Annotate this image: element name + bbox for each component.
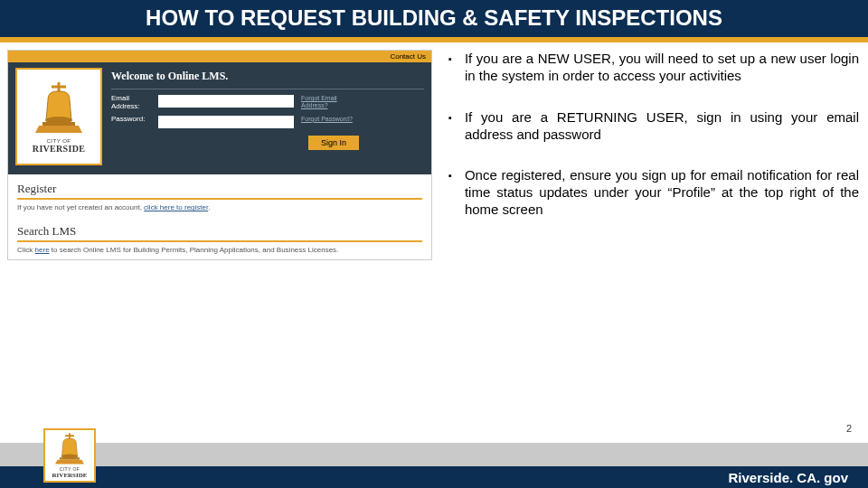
- footer-logo-riverside: RIVERSIDE: [52, 472, 88, 479]
- register-rule: [17, 198, 422, 200]
- footer-navy-bar: Riverside. CA. gov: [0, 466, 868, 488]
- login-band: CITY OF RIVERSIDE Welcome to Online LMS.…: [8, 62, 431, 174]
- footer-url[interactable]: Riverside. CA. gov: [728, 470, 848, 485]
- title-bar: HOW TO REQUEST BUILDING & SAFETY INSPECT…: [0, 0, 868, 42]
- divider: [111, 89, 424, 89]
- raincross-bell-icon: [53, 432, 86, 466]
- bullet-3: Once registered, ensure you sign up for …: [465, 166, 859, 219]
- login-form: Welcome to Online LMS. Email Address: Fo…: [111, 68, 424, 150]
- forgot-password-link[interactable]: Forgot Password?: [301, 116, 355, 123]
- instructions-column: If you are a NEW USER, you will need to …: [448, 50, 859, 260]
- footer-grey-bar: [0, 443, 868, 466]
- bullet-2: If you are a RETURNING USER, sign in usi…: [465, 108, 859, 143]
- email-label: Email Address:: [111, 95, 151, 111]
- logo-riverside: RIVERSIDE: [33, 144, 85, 154]
- password-field[interactable]: [158, 116, 294, 128]
- password-label: Password:: [111, 116, 151, 124]
- raincross-bell-icon: [33, 80, 84, 136]
- contact-us-link[interactable]: Contact Us: [390, 52, 426, 61]
- search-link[interactable]: here: [35, 246, 50, 254]
- login-screenshot: Contact Us CITY OF RIVERSIDE Welcome to …: [7, 50, 432, 260]
- email-field[interactable]: [158, 95, 294, 108]
- svg-rect-3: [60, 457, 80, 459]
- content-row: Contact Us CITY OF RIVERSIDE Welcome to …: [0, 42, 868, 260]
- page-title: HOW TO REQUEST BUILDING & SAFETY INSPECT…: [0, 4, 868, 37]
- svg-rect-1: [42, 122, 75, 126]
- welcome-heading: Welcome to Online LMS.: [111, 70, 424, 83]
- search-text: Click here to search Online LMS for Buil…: [17, 246, 422, 254]
- slide-footer: Riverside. CA. gov CITY OF RIVERSIDE: [0, 443, 868, 488]
- bullet-1: If you are a NEW USER, you will need to …: [465, 50, 859, 84]
- title-underline: [0, 37, 868, 42]
- page-number: 2: [846, 423, 852, 434]
- bullet-list: If you are a NEW USER, you will need to …: [448, 50, 859, 218]
- register-text: If you have not yet created an account, …: [17, 203, 422, 211]
- search-rule: [17, 240, 422, 242]
- top-orange-bar: Contact Us: [8, 51, 431, 62]
- sign-in-button[interactable]: Sign In: [308, 136, 359, 150]
- city-logo: CITY OF RIVERSIDE: [15, 68, 102, 165]
- search-heading: Search LMS: [17, 224, 422, 239]
- register-link[interactable]: click here to register: [144, 203, 208, 211]
- lower-panels: Register If you have not yet created an …: [8, 174, 431, 259]
- forgot-email-link[interactable]: Forgot Email Address?: [301, 95, 355, 108]
- footer-city-logo: CITY OF RIVERSIDE: [43, 428, 96, 483]
- register-heading: Register: [17, 182, 422, 196]
